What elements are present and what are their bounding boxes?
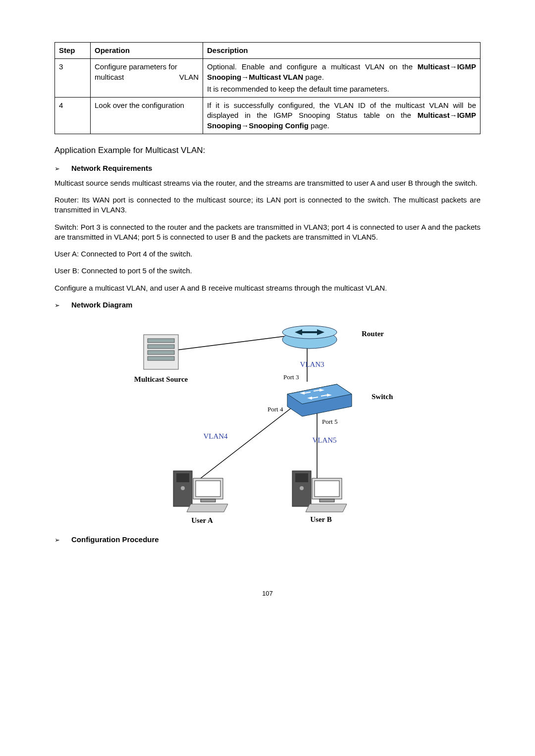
label-multicast-source: Multicast Source: [134, 375, 188, 383]
section-heading: Application Example for Multicast VLAN:: [54, 145, 481, 156]
router-icon: [282, 326, 337, 349]
label-vlan5: VLAN5: [312, 436, 336, 444]
cell-operation: Configure parameters for multicast VLAN: [91, 59, 203, 98]
cell-step: 4: [55, 98, 91, 134]
svg-rect-21: [315, 481, 339, 497]
switch-icon: [287, 384, 352, 416]
svg-rect-18: [295, 473, 308, 482]
svg-rect-6: [148, 345, 174, 349]
table-row: 4 Look over the configuration If it is s…: [55, 98, 481, 134]
para-6: Configure a multicast VLAN, and user A a…: [54, 283, 481, 293]
label-user-a: User A: [191, 516, 213, 524]
label-port5: Port 5: [322, 418, 337, 425]
svg-rect-22: [320, 499, 334, 502]
svg-point-19: [300, 486, 304, 490]
bullet-conf-proc: ➢ Configuration Procedure: [54, 535, 481, 545]
page-number: 107: [54, 589, 481, 598]
svg-line-0: [161, 335, 297, 352]
para-5: User B: Connected to port 5 of the switc…: [54, 266, 481, 276]
label-user-b: User B: [310, 515, 331, 523]
user-a-icon: [173, 471, 228, 512]
svg-rect-7: [148, 351, 174, 354]
chevron-right-icon: ➢: [54, 536, 71, 545]
chevron-right-icon: ➢: [54, 164, 71, 173]
bullet-net-req: ➢ Network Requirements: [54, 163, 481, 173]
para-3: Switch: Port 3 is connected to the route…: [54, 222, 481, 243]
label-port3: Port 3: [283, 373, 299, 381]
cell-description: Optional. Enable and configure a multica…: [203, 59, 481, 98]
label-port4: Port 4: [268, 405, 283, 413]
multicast-source-icon: [144, 335, 178, 369]
bullet-net-diag: ➢ Network Diagram: [54, 300, 481, 310]
chevron-right-icon: ➢: [54, 301, 71, 310]
th-step: Step: [55, 43, 91, 59]
network-diagram: Multicast Source Router Switch VLAN3 VLA…: [129, 315, 406, 528]
label-vlan4: VLAN4: [203, 432, 228, 440]
para-1: Multicast source sends multicast streams…: [54, 178, 481, 188]
table-row: 3 Configure parameters for multicast VLA…: [55, 59, 481, 98]
svg-point-13: [181, 486, 185, 490]
th-operation: Operation: [91, 43, 203, 59]
para-4: User A: Connected to Port 4 of the switc…: [54, 249, 481, 259]
label-vlan3: VLAN3: [300, 360, 324, 368]
para-2: Router: Its WAN port is connected to the…: [54, 195, 481, 215]
config-table: Step Operation Description 3 Configure p…: [54, 42, 481, 134]
cell-description: If it is successfully configured, the VL…: [203, 98, 481, 134]
svg-rect-5: [148, 339, 174, 343]
svg-rect-15: [196, 481, 220, 497]
svg-rect-16: [201, 499, 215, 502]
user-b-icon: [292, 471, 347, 512]
label-router: Router: [362, 330, 384, 338]
svg-rect-8: [148, 356, 174, 360]
label-switch: Switch: [372, 393, 393, 401]
svg-rect-12: [176, 473, 189, 482]
th-description: Description: [203, 43, 481, 59]
cell-operation: Look over the configuration: [91, 98, 203, 134]
cell-step: 3: [55, 59, 91, 98]
